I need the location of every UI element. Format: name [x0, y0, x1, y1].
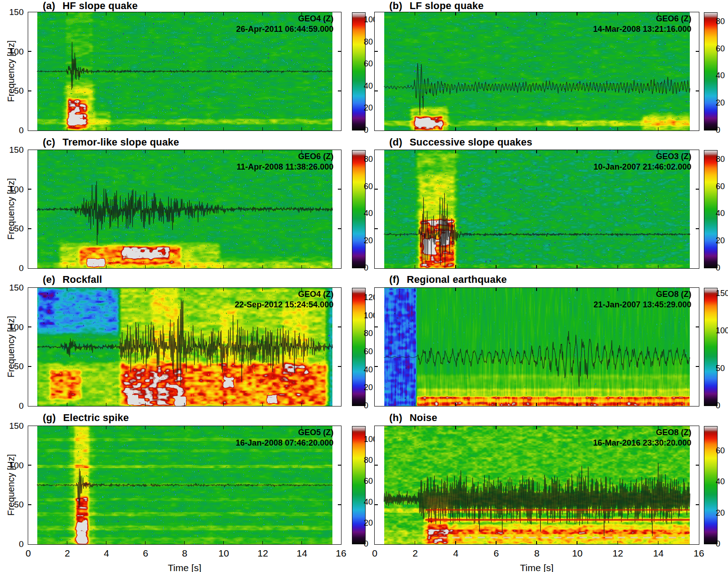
x-tick-mark — [145, 12, 146, 15]
y-tick-mark — [375, 366, 378, 367]
x-tick-mark — [415, 288, 416, 291]
spectrogram-plot-g: GEO5 (Z)16-Jan-2008 07:46:20.000 — [28, 426, 341, 545]
x-tick-label: 6 — [136, 548, 156, 559]
x-tick-mark — [455, 541, 456, 544]
colorbar-f — [704, 288, 718, 406]
panel-title-text: LF slope quake — [410, 0, 484, 11]
x-tick-mark — [455, 426, 456, 429]
event-datetime: 11-Apr-2008 11:38:26.000 — [236, 162, 333, 172]
panel-title-text: Tremor-like slope quake — [63, 136, 179, 148]
x-tick-mark — [262, 127, 263, 130]
spectrogram-plot-h: GEO8 (Z)16-Mar-2016 23:30:20.000 — [374, 426, 699, 545]
spectrogram-plot-b: GEO6 (Z)14-Mar-2008 13:21:16.000 — [374, 12, 699, 131]
event-datetime: 16-Jan-2008 07:46:20.000 — [236, 438, 333, 448]
y-tick-mark — [28, 228, 31, 229]
x-tick-mark — [536, 426, 537, 429]
x-tick-mark — [223, 127, 224, 130]
x-tick-mark — [223, 150, 224, 153]
colorbar-tick-label: 100 — [716, 326, 728, 336]
y-tick-label: 150 — [2, 421, 24, 431]
y-tick-mark — [375, 228, 378, 229]
y-tick-mark — [696, 228, 699, 229]
x-tick-mark — [106, 127, 107, 130]
station-label-h: GEO8 (Z)16-Mar-2016 23:30:20.000 — [593, 427, 691, 448]
y-tick-mark — [696, 51, 699, 52]
y-tick-mark — [696, 504, 699, 505]
x-tick-mark — [536, 12, 537, 15]
x-tick-mark — [496, 265, 497, 268]
x-tick-mark — [496, 288, 497, 291]
station-name: GEO6 (Z) — [593, 14, 691, 24]
x-axis-label: Time [s] — [501, 562, 573, 572]
x-tick-mark — [577, 150, 577, 153]
x-tick-mark — [618, 127, 618, 130]
station-name: GEO8 (Z) — [593, 427, 691, 438]
colorbar-tick-label: 0 — [716, 539, 728, 549]
spectrogram-plot-e: GEO4 (Z)22-Sep-2012 15:24:54.000 — [28, 287, 341, 406]
x-tick-label: 0 — [18, 548, 38, 559]
panel-title-text: Successive slope quakes — [410, 136, 532, 148]
station-label-b: GEO6 (Z)14-Mar-2008 13:21:16.000 — [593, 14, 691, 35]
event-datetime: 21-Jan-2007 13:45:29.000 — [593, 300, 691, 310]
station-label-a: GEO4 (Z)26-Apr-2011 06:44:59.000 — [236, 14, 333, 35]
panel-index-label: (b) — [389, 0, 402, 11]
spectrogram-plot-f: GEO8 (Z)21-Jan-2007 13:45:29.000 — [374, 287, 699, 406]
y-tick-mark — [338, 90, 341, 91]
y-tick-mark — [375, 465, 378, 466]
colorbar-tick-label: 50 — [716, 364, 728, 373]
colorbar-tick-label: 40 — [716, 209, 728, 218]
x-tick-mark — [106, 426, 107, 429]
x-tick-mark — [577, 288, 577, 291]
x-tick-mark — [223, 12, 224, 15]
x-tick-mark — [536, 265, 537, 268]
panel-title-a: (a)HF slope quake — [43, 0, 138, 12]
y-tick-mark — [338, 504, 341, 505]
x-tick-mark — [658, 127, 659, 130]
x-tick-mark — [301, 403, 302, 406]
colorbar-tick-label: 0 — [716, 263, 728, 273]
x-tick-mark — [106, 265, 107, 268]
x-tick-mark — [455, 12, 456, 15]
colorbar-tick-label: 0 — [716, 401, 728, 411]
spectrogram-plot-c: GEO6 (Z)11-Apr-2008 11:38:26.000 — [28, 150, 341, 269]
colorbar-tick-label: 60 — [716, 44, 728, 54]
y-tick-mark — [375, 326, 378, 327]
station-label-d: GEO3 (Z)10-Jan-2007 21:46:02.000 — [593, 151, 691, 172]
panel-index-label: (e) — [43, 274, 55, 285]
x-tick-mark — [415, 403, 416, 406]
x-tick-mark — [184, 265, 185, 268]
y-tick-mark — [375, 189, 378, 190]
x-tick-mark — [496, 403, 497, 406]
y-tick-mark — [338, 228, 341, 229]
x-tick-mark — [577, 403, 577, 406]
x-tick-mark — [184, 127, 185, 130]
x-tick-label: 8 — [175, 548, 195, 559]
x-tick-label: 4 — [96, 548, 116, 559]
station-label-g: GEO5 (Z)16-Jan-2008 07:46:20.000 — [236, 427, 333, 448]
x-tick-mark — [145, 403, 146, 406]
x-tick-mark — [145, 426, 146, 429]
panel-title-e: (e)Rockfall — [43, 274, 102, 286]
panel-index-label: (c) — [43, 136, 55, 148]
x-tick-mark — [658, 403, 659, 406]
station-name: GEO4 (Z) — [236, 14, 333, 24]
x-tick-mark — [106, 541, 107, 544]
panel-index-label: (f) — [389, 274, 400, 285]
station-name: GEO8 (Z) — [593, 289, 691, 300]
station-label-e: GEO4 (Z)22-Sep-2012 15:24:54.000 — [235, 289, 333, 310]
x-tick-mark — [618, 541, 618, 544]
y-tick-mark — [28, 51, 31, 52]
panel-title-g: (g)Electric spike — [43, 412, 129, 424]
panel-title-text: Rockfall — [63, 274, 102, 285]
x-tick-mark — [455, 127, 456, 130]
y-axis-label: Frequency [Hz] — [6, 173, 16, 246]
colorbar-tick-label: 0 — [716, 125, 728, 135]
panel-title-b: (b)LF slope quake — [389, 0, 484, 12]
y-tick-label: 150 — [2, 145, 24, 155]
x-tick-mark — [496, 426, 497, 429]
colorbar-tick-label: 60 — [716, 446, 728, 456]
x-tick-mark — [618, 265, 618, 268]
station-label-c: GEO6 (Z)11-Apr-2008 11:38:26.000 — [236, 151, 333, 172]
x-tick-label: 12 — [608, 548, 628, 559]
x-tick-mark — [455, 150, 456, 153]
